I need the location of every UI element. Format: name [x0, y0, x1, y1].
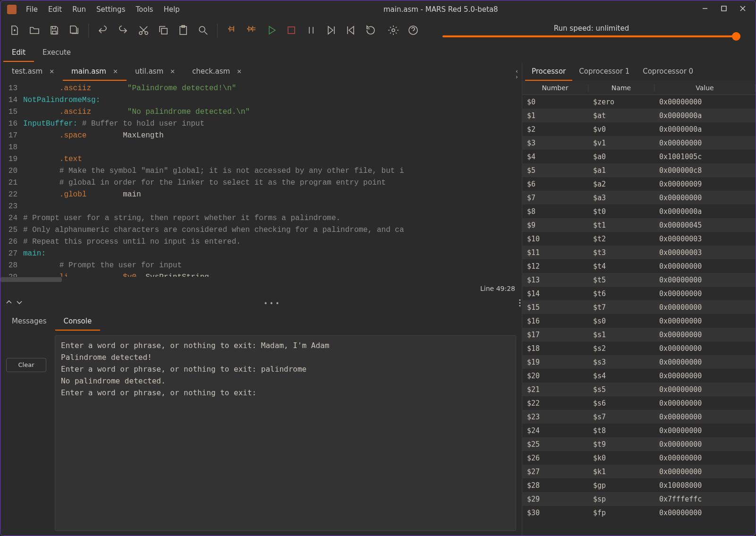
tab-coprocessor1[interactable]: Coprocessor 1	[572, 61, 636, 81]
code-line[interactable]: # Repeat this process until no input is …	[23, 236, 522, 248]
register-row[interactable]: $18$s20x00000000	[522, 341, 756, 355]
code-line[interactable]	[23, 142, 522, 153]
stop-icon[interactable]	[286, 25, 297, 37]
code-line[interactable]: .text	[23, 153, 522, 165]
register-row[interactable]: $25$t90x00000000	[522, 437, 756, 451]
register-row[interactable]: $6$a20x00000009	[522, 177, 756, 191]
step-icon[interactable]	[325, 25, 337, 37]
code-line[interactable]: # Prompt user for a string, then report …	[23, 213, 522, 224]
register-row[interactable]: $27$k10x00000000	[522, 465, 756, 478]
paste-icon[interactable]	[178, 25, 189, 37]
save-all-icon[interactable]	[68, 25, 80, 37]
register-row[interactable]: $7$a30x00000000	[522, 191, 756, 204]
code-editor[interactable]: 1314151617181920212223242526272829303132…	[0, 81, 522, 277]
side-drag-handle-icon[interactable]: •••	[518, 299, 521, 307]
code-line[interactable]: # global in order for the linker to sele…	[23, 177, 522, 189]
pause-icon[interactable]	[306, 25, 317, 37]
search-icon[interactable]	[197, 25, 209, 37]
code-line[interactable]: # Make the symbol "main" global; it is n…	[23, 165, 522, 177]
register-row[interactable]: $24$t80x00000000	[522, 424, 756, 437]
menu-edit[interactable]: Edit	[48, 5, 62, 14]
register-row[interactable]: $20$s40x00000000	[522, 369, 756, 383]
step-back-icon[interactable]	[345, 25, 357, 37]
register-row[interactable]: $17$s10x00000000	[522, 328, 756, 341]
register-row[interactable]: $30$fp0x00000000	[522, 506, 756, 519]
register-row[interactable]: $5$a10x000000c8	[522, 163, 756, 177]
editor-hscrollbar[interactable]	[0, 277, 522, 282]
close-tab-icon[interactable]: ✕	[170, 68, 175, 75]
code-line[interactable]: li $v0, SysPrintString	[23, 272, 522, 277]
close-icon[interactable]	[739, 5, 746, 14]
code-line[interactable]: .globl main	[23, 189, 522, 201]
console-output[interactable]: Enter a word or phrase, or nothing to ex…	[55, 335, 516, 531]
register-row[interactable]: $9$t10x00000045	[522, 218, 756, 232]
register-row[interactable]: $28$gp0x10008000	[522, 478, 756, 492]
save-icon[interactable]	[49, 25, 60, 37]
panel-collapse-up-icon[interactable]	[5, 298, 13, 307]
settings-icon[interactable]	[388, 25, 399, 37]
undo-icon[interactable]	[97, 25, 109, 37]
menu-tools[interactable]: Tools	[136, 5, 153, 14]
reset-icon[interactable]	[365, 25, 376, 37]
assemble-all-icon[interactable]	[246, 25, 257, 37]
code-line[interactable]: NotPalindromeMsg:	[23, 94, 522, 106]
register-row[interactable]: $11$t30x00000003	[522, 246, 756, 259]
register-row[interactable]: $12$t40x00000000	[522, 259, 756, 273]
code-line[interactable]: # Prompt the user for input	[23, 260, 522, 272]
slider-thumb[interactable]	[732, 32, 740, 41]
code-line[interactable]: # Only alphanumeric characters are consi…	[23, 224, 522, 236]
register-row[interactable]: $0$zero0x00000000	[522, 95, 756, 109]
register-row[interactable]: $14$t60x00000000	[522, 287, 756, 300]
menu-settings[interactable]: Settings	[96, 5, 126, 14]
file-tab[interactable]: test.asm✕	[3, 61, 63, 81]
menu-help[interactable]: Help	[163, 5, 179, 14]
panel-collapse-down-icon[interactable]	[16, 298, 23, 307]
tab-execute[interactable]: Execute	[34, 43, 79, 62]
file-tab[interactable]: util.asm✕	[127, 61, 184, 81]
menu-file[interactable]: File	[26, 5, 38, 14]
cut-icon[interactable]	[138, 25, 149, 37]
register-row[interactable]: $3$v10x00000000	[522, 136, 756, 150]
close-tab-icon[interactable]: ✕	[49, 68, 54, 75]
register-row[interactable]: $26$k00x00000000	[522, 451, 756, 465]
register-row[interactable]: $15$t70x00000000	[522, 300, 756, 314]
register-row[interactable]: $1$at0x0000000a	[522, 109, 756, 122]
register-row[interactable]: $2$v00x0000000a	[522, 122, 756, 136]
tab-processor[interactable]: Processor	[525, 61, 572, 81]
code-line[interactable]: .space MaxLength	[23, 130, 522, 142]
menu-run[interactable]: Run	[72, 5, 86, 14]
register-row[interactable]: $21$s50x00000000	[522, 383, 756, 396]
tab-console[interactable]: Console	[55, 311, 101, 331]
register-row[interactable]: $19$s30x00000000	[522, 355, 756, 369]
file-tab[interactable]: main.asm✕	[63, 61, 127, 81]
minimize-icon[interactable]	[702, 5, 708, 14]
close-tab-icon[interactable]: ✕	[237, 68, 242, 75]
code-line[interactable]: .asciiz "No palindrome detected.\n"	[23, 106, 522, 118]
maximize-icon[interactable]	[721, 5, 727, 14]
register-row[interactable]: $4$a00x1001005c	[522, 150, 756, 163]
tab-edit[interactable]: Edit	[3, 43, 34, 62]
register-row[interactable]: $29$sp0x7fffeffc	[522, 492, 756, 506]
new-file-icon[interactable]	[9, 25, 20, 37]
tab-coprocessor0[interactable]: Coprocessor 0	[636, 61, 700, 81]
code-line[interactable]: main:	[23, 248, 522, 260]
code-line[interactable]: .asciiz "Palindrome detected!\n"	[23, 83, 522, 94]
register-row[interactable]: $16$s00x00000000	[522, 314, 756, 328]
register-row[interactable]: $8$t00x0000000a	[522, 204, 756, 218]
open-folder-icon[interactable]	[29, 25, 40, 37]
close-tab-icon[interactable]: ✕	[113, 68, 118, 75]
code-line[interactable]	[23, 201, 522, 213]
run-icon[interactable]	[266, 25, 277, 37]
register-row[interactable]: $23$s70x00000000	[522, 410, 756, 424]
file-tab[interactable]: check.asm✕	[184, 61, 250, 81]
clear-button[interactable]: Clear	[6, 358, 46, 372]
register-row[interactable]: $13$t50x00000000	[522, 273, 756, 287]
drag-handle-icon[interactable]: •••	[28, 299, 517, 307]
code-line[interactable]: InputBuffer: # Buffer to hold user input	[23, 118, 522, 130]
tab-messages[interactable]: Messages	[3, 311, 55, 331]
register-row[interactable]: $22$s60x00000000	[522, 396, 756, 410]
copy-icon[interactable]	[158, 25, 169, 37]
assemble-icon[interactable]	[226, 25, 238, 37]
side-collapse-icon[interactable]: ‹›	[516, 68, 518, 80]
register-row[interactable]: $10$t20x00000003	[522, 232, 756, 246]
